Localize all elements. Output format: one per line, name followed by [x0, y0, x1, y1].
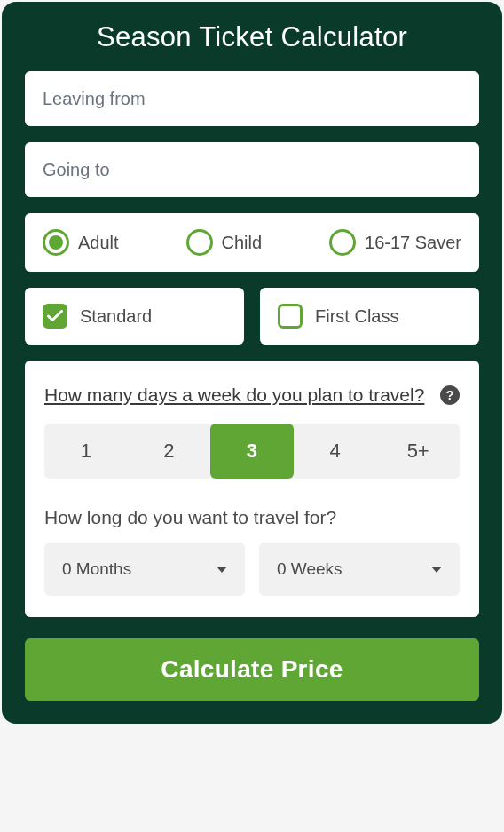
help-icon[interactable]: ?: [440, 385, 460, 405]
radio-label: 16-17 Saver: [365, 233, 461, 253]
class-group: Standard First Class: [25, 288, 479, 345]
checkbox-standard[interactable]: Standard: [25, 288, 244, 345]
checkbox-label: First Class: [315, 306, 398, 327]
season-ticket-calculator: Season Ticket Calculator Adult Child 16-…: [2, 2, 502, 724]
radio-adult[interactable]: Adult: [43, 229, 119, 256]
going-to-input[interactable]: [25, 142, 479, 197]
duration-panel: How many days a week do you plan to trav…: [25, 361, 479, 617]
chevron-down-icon: [217, 567, 227, 573]
checkbox-first-class[interactable]: First Class: [260, 288, 479, 345]
radio-icon: [329, 229, 356, 256]
calculate-price-button[interactable]: Calculate Price: [25, 638, 479, 701]
radio-icon: [43, 229, 69, 256]
radio-label: Adult: [78, 233, 119, 253]
weeks-select[interactable]: 0 Weeks: [259, 543, 460, 596]
days-options: 1 2 3 4 5+: [44, 424, 460, 479]
day-option-4[interactable]: 4: [294, 424, 377, 479]
checkbox-label: Standard: [80, 306, 152, 327]
radio-child[interactable]: Child: [186, 229, 263, 256]
checkbox-icon: [278, 304, 303, 329]
days-per-week-link[interactable]: How many days a week do you plan to trav…: [44, 382, 429, 408]
leaving-from-input[interactable]: [25, 71, 479, 126]
radio-icon: [186, 229, 213, 256]
day-option-1[interactable]: 1: [44, 424, 128, 479]
days-header: How many days a week do you plan to trav…: [44, 382, 460, 408]
duration-selects: 0 Months 0 Weeks: [44, 543, 460, 596]
duration-label: How long do you want to travel for?: [44, 507, 460, 528]
radio-16-17-saver[interactable]: 16-17 Saver: [329, 229, 461, 256]
months-value: 0 Months: [62, 559, 131, 579]
day-option-2[interactable]: 2: [128, 424, 211, 479]
months-select[interactable]: 0 Months: [44, 543, 245, 596]
day-option-3[interactable]: 3: [210, 424, 294, 479]
passenger-type-group: Adult Child 16-17 Saver: [25, 213, 479, 272]
checkbox-icon: [43, 304, 67, 329]
radio-label: Child: [222, 233, 263, 253]
weeks-value: 0 Weeks: [277, 559, 343, 579]
chevron-down-icon: [431, 567, 442, 573]
page-title: Season Ticket Calculator: [25, 21, 479, 53]
day-option-5plus[interactable]: 5+: [376, 424, 460, 479]
